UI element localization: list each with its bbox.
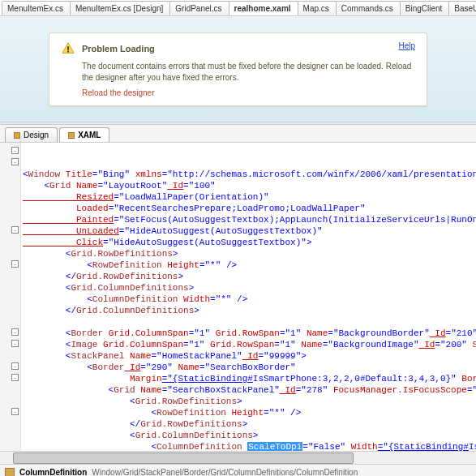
fold-toggle[interactable]: - [11,158,19,165]
designer-pane: Problem Loading Help The document contai… [0,16,476,122]
design-tab[interactable]: Design [5,127,58,142]
horizontal-scrollbar[interactable] [0,451,476,464]
tab-commands[interactable]: Commands.cs [336,1,401,15]
xaml-editor[interactable]: - - - - - - - - - <Window Title="Bing" x… [0,143,476,451]
element-icon [5,468,15,477]
problem-loading-box: Problem Loading Help The document contai… [49,32,427,106]
tab-menuitemex-design[interactable]: MenuItemEx.cs [Design] [70,1,170,15]
view-tabstrip: Design XAML [0,125,476,143]
fold-toggle[interactable]: - [11,226,19,234]
gutter: - - - - - - - - - [0,143,21,451]
reload-designer-link[interactable]: Reload the designer [82,88,415,97]
fold-toggle[interactable]: - [11,340,19,347]
xaml-icon [68,132,75,139]
breadcrumb-bar: ColumnDefinition Window/Grid/StackPanel/… [0,464,476,476]
fold-toggle[interactable]: - [11,374,19,381]
breadcrumb-element[interactable]: ColumnDefinition [19,468,87,476]
tab-baseui[interactable]: BaseUI.cs [448,1,476,15]
tab-map[interactable]: Map.cs [298,1,337,15]
tab-menuitemex[interactable]: MenuItemEx.cs [2,1,71,15]
fold-toggle[interactable]: - [11,328,19,336]
document-tabstrip: MenuItemEx.cs MenuItemEx.cs [Design] Gri… [0,0,476,16]
message-title: Problem Loading [82,44,155,54]
breadcrumb-path[interactable]: Window/Grid/StackPanel/Border/Grid/Colum… [92,468,358,476]
message-body: The document contains errors that must b… [82,61,415,84]
svg-rect-1 [67,51,69,53]
fold-toggle[interactable]: - [11,362,19,370]
help-link[interactable]: Help [398,41,415,50]
tab-realhome-xaml[interactable]: realhome.xaml [229,1,298,15]
svg-rect-0 [67,46,69,50]
fold-toggle[interactable]: - [11,408,19,415]
warning-icon [61,41,75,56]
xaml-tab[interactable]: XAML [59,127,109,142]
fold-toggle[interactable]: - [11,147,19,154]
fold-toggle[interactable]: - [11,260,19,268]
design-icon [14,132,20,139]
tab-bingclient[interactable]: BingClient [400,1,450,15]
tab-gridpanel[interactable]: GridPanel.cs [169,1,229,15]
